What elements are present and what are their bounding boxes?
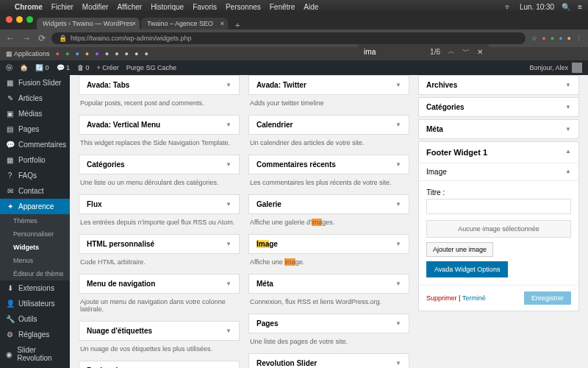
widget-item[interactable]: Flux▼ bbox=[79, 194, 240, 214]
find-prev-icon[interactable]: ︿ bbox=[448, 46, 455, 57]
widget-item[interactable]: Image▼ bbox=[248, 234, 409, 254]
chevron-down-icon: ▼ bbox=[565, 82, 571, 88]
chevron-down-icon: ▼ bbox=[226, 201, 232, 208]
find-next-icon[interactable]: ﹀ bbox=[462, 46, 470, 57]
app-name[interactable]: Chrome bbox=[15, 3, 43, 11]
site-icon[interactable]: 🏠 bbox=[20, 64, 28, 71]
clock: Lun. 10:30 bbox=[520, 3, 554, 11]
sidebar-item-fusion-slider[interactable]: ▦Fusion Slider bbox=[0, 75, 70, 91]
spotlight-icon[interactable]: 🔍 bbox=[562, 3, 570, 11]
add-image-button[interactable]: Ajouter une image bbox=[426, 242, 493, 257]
sidebar-item-portfolio[interactable]: ▦Portfolio bbox=[0, 152, 70, 168]
sidebar-sub-éditeur de thème[interactable]: Éditeur de thème bbox=[0, 267, 70, 280]
widget-item[interactable]: Avada: Tabs▼ bbox=[79, 75, 240, 95]
sidebar-sub-widgets[interactable]: Widgets bbox=[0, 241, 70, 254]
address-bar[interactable]: 🔒 https://twaino.com/wp-admin/widgets.ph… bbox=[51, 32, 526, 44]
widget-item[interactable]: Galerie▼ bbox=[248, 194, 409, 214]
chevron-down-icon: ▼ bbox=[226, 241, 232, 247]
widget-description: Code HTML arbitraire. bbox=[79, 256, 240, 272]
widget-item[interactable]: Menu de navigation▼ bbox=[79, 274, 240, 294]
wp-logo-icon[interactable]: ⓦ bbox=[6, 63, 12, 73]
widget-area-closed[interactable]: Catégories▼ bbox=[418, 97, 579, 117]
widget-item[interactable]: Revolution Slider▼ bbox=[248, 353, 409, 368]
avatar[interactable] bbox=[572, 63, 582, 73]
widget-area-open: Footer Widget 1▲Image▲Titre :Aucune imag… bbox=[418, 141, 579, 311]
sidebar-item-utilisateurs[interactable]: 👤Utilisateurs bbox=[0, 296, 70, 311]
widget-item[interactable]: Catégories▼ bbox=[79, 155, 240, 174]
widget-item[interactable]: Avada: Twitter▼ bbox=[248, 75, 409, 95]
sidebar-sub-menus[interactable]: Menus bbox=[0, 254, 70, 267]
window-controls[interactable] bbox=[6, 16, 33, 23]
sidebar-item-extensions[interactable]: ⬇Extensions bbox=[0, 280, 70, 296]
tab-2[interactable]: Twaino – Agence SEO × bbox=[141, 18, 228, 29]
widget-description: Connexion, flux RSS et liens WordPress.o… bbox=[248, 296, 409, 311]
widget-item[interactable]: HTML personnalisé▼ bbox=[79, 234, 240, 254]
no-image-message: Aucune image sélectionnée bbox=[426, 220, 571, 238]
menu-icon[interactable]: ≡ bbox=[578, 3, 582, 11]
sidebar-item-outils[interactable]: 🔧Outils bbox=[0, 311, 70, 327]
chevron-up-icon: ▲ bbox=[565, 168, 571, 176]
sidebar-item-slider-revolution[interactable]: ◉Slider Revolution bbox=[0, 342, 70, 366]
chevron-down-icon: ▼ bbox=[395, 360, 401, 367]
sidebar-item-faqs[interactable]: ?FAQs bbox=[0, 168, 70, 183]
widget-item[interactable]: Avada: Vertical Menu▼ bbox=[79, 115, 240, 135]
sidebar-item-articles[interactable]: ✎Articles bbox=[0, 91, 70, 106]
save-button[interactable]: Enregistrer bbox=[524, 291, 571, 305]
sidebar-sub-personnaliser[interactable]: Personnaliser bbox=[0, 227, 70, 241]
area-title[interactable]: Footer Widget 1▲ bbox=[419, 142, 578, 163]
menu-icon: ✦ bbox=[6, 202, 14, 210]
tab-1[interactable]: Widgets ‹ Twaino — WordPres × bbox=[37, 18, 140, 29]
widget-description: Popular posts, recent post and comments. bbox=[79, 97, 240, 113]
find-close-icon[interactable]: ✕ bbox=[477, 48, 483, 56]
sidebar-sub-thèmes[interactable]: Thèmes bbox=[0, 214, 70, 227]
sidebar-item-commentaires[interactable]: 💬Commentaires bbox=[0, 137, 70, 152]
title-input[interactable] bbox=[426, 199, 571, 214]
sidebar-item-pages[interactable]: ▤Pages bbox=[0, 121, 70, 137]
chevron-down-icon: ▼ bbox=[565, 104, 571, 110]
reload-icon[interactable]: ⟳ bbox=[38, 33, 46, 43]
forward-icon[interactable]: → bbox=[22, 33, 31, 43]
menu-icon: ▦ bbox=[6, 79, 14, 87]
apps-button[interactable]: ▦ Applications bbox=[6, 50, 50, 57]
widget-item[interactable]: Rechercher▼ bbox=[79, 361, 240, 368]
title-label: Titre : bbox=[426, 188, 571, 197]
wifi-icon[interactable]: ᯤ bbox=[505, 3, 512, 11]
chevron-down-icon: ▼ bbox=[395, 241, 401, 247]
close-icon: × bbox=[132, 20, 136, 27]
widget-description: Un calendrier des articles de votre site… bbox=[248, 137, 409, 152]
chevron-down-icon: ▼ bbox=[395, 320, 401, 327]
widget-item[interactable]: Pages▼ bbox=[248, 314, 409, 333]
chevron-down-icon: ▼ bbox=[226, 121, 232, 128]
new-tab-button[interactable]: + bbox=[229, 21, 245, 29]
widget-item[interactable]: Calendrier▼ bbox=[248, 115, 409, 135]
menu-icon: ▦ bbox=[6, 156, 14, 164]
widget-description: Affiche une image. bbox=[248, 256, 409, 272]
find-input[interactable] bbox=[364, 48, 423, 56]
widget-description: Affiche une galerie d'images. bbox=[248, 216, 409, 232]
widget-description: Un nuage de vos étiquettes les plus util… bbox=[79, 343, 240, 358]
widget-item[interactable]: Nuage d'étiquettes▼ bbox=[79, 321, 240, 341]
menu-icon: ▣ bbox=[6, 110, 14, 118]
widget-area-closed[interactable]: Méta▼ bbox=[418, 119, 579, 139]
sidebar-item-contact[interactable]: ✉Contact bbox=[0, 183, 70, 199]
tab-strip: Widgets ‹ Twaino — WordPres × Twaino – A… bbox=[0, 13, 588, 29]
widget-item[interactable]: Commentaires récents▼ bbox=[248, 155, 409, 174]
widget-item[interactable]: Méta▼ bbox=[248, 274, 409, 294]
extension-icons[interactable]: ☆●●●●⋮ bbox=[531, 35, 582, 42]
delete-link[interactable]: Supprimer bbox=[426, 294, 457, 302]
back-icon[interactable]: ← bbox=[6, 33, 15, 43]
sidebar-item-apparence[interactable]: ✦Apparence bbox=[0, 199, 70, 214]
widget-description: Une liste ou un menu déroulant des catég… bbox=[79, 177, 240, 192]
chevron-down-icon: ▼ bbox=[226, 161, 232, 168]
widget-area-closed[interactable]: Archives▼ bbox=[418, 75, 579, 95]
menu-icon: ⚙ bbox=[6, 330, 14, 339]
sidebar-item-médias[interactable]: ▣Médias bbox=[0, 106, 70, 121]
find-count: 1/6 bbox=[430, 48, 440, 56]
chevron-down-icon: ▼ bbox=[395, 161, 401, 168]
done-link[interactable]: Terminé bbox=[462, 294, 486, 302]
sidebar-item-réglages[interactable]: ⚙Réglages bbox=[0, 327, 70, 342]
chevron-down-icon: ▼ bbox=[226, 328, 232, 334]
widget-options-button[interactable]: Avada Widget Options bbox=[426, 261, 508, 277]
greeting[interactable]: Bonjour, Alex bbox=[529, 64, 568, 71]
widget-instance-header[interactable]: Image▲ bbox=[419, 163, 578, 181]
